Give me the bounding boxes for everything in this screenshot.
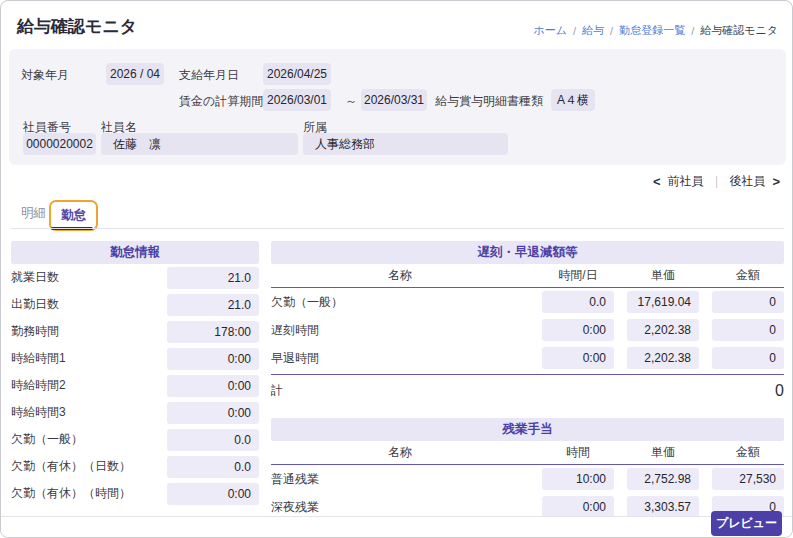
tab-bar-divider [11,228,784,229]
calc-period-end-value: 2026/03/31 [361,89,427,111]
col-unit-price: 単価 [627,444,699,461]
calc-period-label: 賃金の計算期間 [179,93,263,110]
row-label: 勤務時間 [11,323,167,340]
payment-date-value: 2026/04/25 [263,63,331,85]
attendance-info-title: 勤怠情報 [11,241,259,264]
row-amount: 27,530 [712,468,784,490]
row-amount: 0 [712,319,784,341]
breadcrumb-separator: / [610,25,613,37]
employee-name-value: 佐藤 凛 [101,133,298,155]
chevron-right-icon[interactable]: > [772,174,780,189]
row-value: 0.0 [167,456,259,478]
payment-date-label: 支給年月日 [179,67,239,84]
row-label: 就業日数 [11,269,167,286]
row-value: 21.0 [167,267,259,289]
breadcrumb: ホーム / 給与 / 勤怠登録一覧 / 給与確認モニタ [534,23,778,38]
preview-button[interactable]: プレビュー [711,511,782,536]
attendance-row: 時給時間30:00 [11,399,259,426]
attendance-row: 勤務時間178:00 [11,318,259,345]
attendance-row: 時給時間20:00 [11,372,259,399]
col-name: 名称 [271,267,529,284]
row-amount: 0 [712,291,784,313]
row-time: 0:00 [542,347,614,369]
row-label: 欠勤（一般） [11,431,167,448]
row-label: 時給時間2 [11,377,167,394]
pager-divider: ｜ [711,173,723,190]
breadcrumb-current: 給与確認モニタ [700,23,778,38]
payroll-summary-card: 対象年月 2026 / 04 支給年月日 2026/04/25 賃金の計算期間 … [9,49,786,165]
row-unit-price: 2,202.38 [627,319,699,341]
period-tilde: ～ [345,93,357,110]
col-amount: 金額 [712,267,784,284]
row-unit-price: 17,619.04 [627,291,699,313]
chevron-left-icon[interactable]: < [653,174,661,189]
deduction-total-row: 計 0 [271,374,784,406]
row-name: 欠勤（一般） [271,294,529,311]
row-name: 早退時間 [271,350,529,367]
department-value: 人事総務部 [303,133,508,155]
overtime-table-title: 残業手当 [271,418,784,441]
row-value: 0:00 [167,483,259,505]
row-unit-price: 2,202.38 [627,347,699,369]
deduction-table-header: 名称 時間/日 単価 金額 [271,264,784,288]
col-time-per-day: 時間/日 [542,267,614,284]
breadcrumb-home-link[interactable]: ホーム [534,23,568,38]
row-time: 0:00 [542,496,614,518]
calc-period-start-value: 2026/03/01 [263,89,331,111]
row-label: 時給時間3 [11,404,167,421]
row-time: 0.0 [542,291,614,313]
row-value: 0:00 [167,375,259,397]
row-label: 欠勤（有休）（時間） [11,485,167,502]
overtime-table-header: 名称 時間 単価 金額 [271,441,784,465]
deduction-row: 早退時間 0:00 2,202.38 0 [271,344,784,372]
row-time: 10:00 [542,468,614,490]
attendance-row: 欠勤（有休）（日数）0.0 [11,453,259,480]
overtime-row: 普通残業 10:00 2,752.98 27,530 [271,465,784,493]
target-month-value: 2026 / 04 [106,63,164,85]
footer-bar [1,516,793,537]
deduction-row: 遅刻時間 0:00 2,202.38 0 [271,316,784,344]
attendance-row: 時給時間10:00 [11,345,259,372]
target-month-label: 対象年月 [21,67,69,84]
prev-employee-button[interactable]: 前社員 [668,173,704,190]
salary-confirm-monitor-window: 給与確認モニタ ホーム / 給与 / 勤怠登録一覧 / 給与確認モニタ 対象年月… [0,0,793,538]
row-value: 21.0 [167,294,259,316]
row-name: 遅刻時間 [271,322,529,339]
col-amount: 金額 [712,444,784,461]
row-name: 普通残業 [271,471,529,488]
attendance-row: 出勤日数21.0 [11,291,259,318]
row-unit-price: 3,303.57 [627,496,699,518]
employee-no-value: 0000020002 [23,133,96,155]
breadcrumb-separator: / [691,25,694,37]
payslip-type-value: A４横 [551,89,595,111]
attendance-row: 就業日数21.0 [11,264,259,291]
col-name: 名称 [271,444,529,461]
attendance-row: 欠勤（一般）0.0 [11,426,259,453]
page-title: 給与確認モニタ [17,15,137,38]
deduction-table-title: 遅刻・早退減額等 [271,241,784,264]
col-time: 時間 [542,444,614,461]
row-label: 時給時間1 [11,350,167,367]
total-label: 計 [271,382,775,399]
row-label: 欠勤（有休）（日数） [11,458,167,475]
breadcrumb-attendance-list-link[interactable]: 勤怠登録一覧 [619,23,685,38]
deduction-row: 欠勤（一般） 0.0 17,619.04 0 [271,288,784,316]
row-value: 0:00 [167,348,259,370]
row-value: 0:00 [167,402,259,424]
row-amount: 0 [712,347,784,369]
row-value: 0.0 [167,429,259,451]
row-time: 0:00 [542,319,614,341]
breadcrumb-salary-link[interactable]: 給与 [582,23,604,38]
right-tables: 遅刻・早退減額等 名称 時間/日 単価 金額 欠勤（一般） 0.0 17,619… [271,241,784,521]
employee-pager: < 前社員 ｜ 後社員 > [653,173,780,190]
next-employee-button[interactable]: 後社員 [729,173,765,190]
payslip-type-label: 給与賞与明細書種類 [435,93,543,110]
total-amount: 0 [775,382,784,400]
attendance-info-panel: 勤怠情報 就業日数21.0 出勤日数21.0 勤務時間178:00 時給時間10… [11,241,259,507]
row-unit-price: 2,752.98 [627,468,699,490]
col-unit-price: 単価 [627,267,699,284]
breadcrumb-separator: / [573,25,576,37]
row-value: 178:00 [167,321,259,343]
row-name: 深夜残業 [271,499,529,516]
attendance-row: 欠勤（有休）（時間）0:00 [11,480,259,507]
